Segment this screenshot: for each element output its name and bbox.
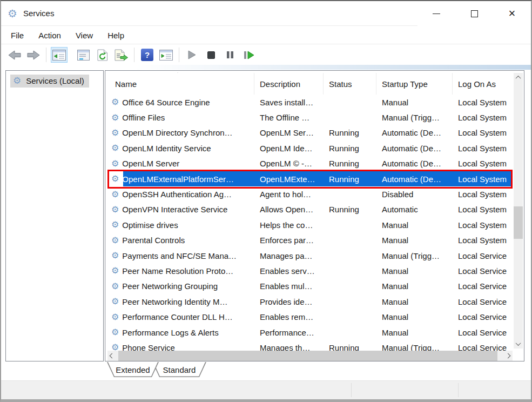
- table-row[interactable]: ⚙Parental ControlsEnforces par…ManualLoc…: [107, 233, 513, 248]
- tab-extended[interactable]: Extended: [107, 362, 159, 377]
- table-row[interactable]: ⚙Performance Counter DLL H…Enables rem…M…: [107, 309, 513, 324]
- services-list-panel: Name Description Status Startup Type Log…: [105, 70, 524, 361]
- menu-view[interactable]: View: [74, 29, 95, 42]
- column-header-startup-type[interactable]: Startup Type: [376, 73, 453, 95]
- service-name: OpenLMExternalPlatformSer…: [122, 175, 234, 184]
- cell-status: Running: [324, 159, 376, 168]
- table-row[interactable]: ⚙OpenLM ServerOpenLM © -…RunningAutomati…: [107, 156, 513, 171]
- window-controls: ×: [417, 1, 531, 26]
- cell-name: ⚙Optimise drives: [107, 220, 254, 230]
- scroll-down-button[interactable]: [514, 339, 523, 349]
- toolbar-start-service-button[interactable]: [184, 47, 200, 63]
- column-header-status[interactable]: Status: [324, 73, 376, 95]
- table-row[interactable]: ⚙Peer Networking Identity M…Provides ide…: [107, 294, 513, 309]
- scroll-left-button[interactable]: [107, 351, 117, 361]
- service-name: Parental Controls: [122, 236, 185, 245]
- table-row[interactable]: ⚙Optimise drivesHelps the co…ManualLocal…: [107, 217, 513, 232]
- table-row[interactable]: ⚙OpenSSH Authentication Ag…Agent to hol……: [107, 186, 513, 202]
- tab-standard[interactable]: Standard: [152, 362, 206, 377]
- cell-description: Enables rem…: [254, 312, 324, 321]
- minimize-button[interactable]: [417, 1, 455, 26]
- service-gear-icon: ⚙: [111, 251, 119, 260]
- properties-icon: [77, 50, 90, 61]
- cell-startup-type: Automatic (De…: [376, 175, 453, 184]
- toolbar-back-button[interactable]: [6, 47, 23, 63]
- toolbar-refresh-button[interactable]: [94, 47, 111, 63]
- vertical-scrollbar[interactable]: [514, 73, 523, 349]
- table-row[interactable]: ⚙Payments and NFC/SE Mana…Manages pa…Man…: [107, 248, 513, 263]
- scroll-right-button[interactable]: [503, 351, 513, 361]
- maximize-button[interactable]: [455, 1, 493, 26]
- toolbar-stop-service-button[interactable]: [203, 47, 219, 63]
- cell-startup-type: Automatic (De…: [376, 159, 453, 168]
- close-button[interactable]: ×: [493, 1, 531, 26]
- table-row[interactable]: ⚙Phone ServiceManages th…RunningManual (…: [107, 340, 513, 351]
- toolbar-restart-service-button[interactable]: [240, 47, 257, 63]
- cell-description: Manages pa…: [254, 251, 324, 260]
- cell-description: Performance…: [254, 328, 324, 337]
- toolbar-show-console-tree-button[interactable]: [51, 47, 68, 63]
- service-gear-icon: ⚙: [111, 175, 119, 183]
- table-row[interactable]: ⚙Office 64 Source EngineSaves install…Ma…: [107, 95, 513, 110]
- cell-description: The Offline …: [254, 113, 324, 122]
- menu-help[interactable]: Help: [106, 29, 126, 42]
- menu-file[interactable]: File: [9, 29, 25, 42]
- cell-startup-type: Manual: [376, 282, 453, 291]
- restart-service-icon: [244, 51, 254, 59]
- toolbar-export-list-button[interactable]: [113, 47, 130, 63]
- cell-name: ⚙Peer Networking Identity M…: [107, 297, 254, 306]
- table-row[interactable]: ⚙Peer Networking GroupingEnables mul…Man…: [107, 279, 513, 294]
- cell-status: Running: [324, 128, 376, 137]
- table-row[interactable]: ⚙Offline FilesThe Offline …Manual (Trigg…: [107, 110, 513, 125]
- cell-log-on-as: Local System: [453, 220, 513, 230]
- table-row[interactable]: ⚙OpenVPN Interactive ServiceAllows Open……: [107, 202, 513, 217]
- cell-startup-type: Manual: [376, 220, 453, 230]
- toolbar-properties-button[interactable]: [75, 47, 92, 63]
- cell-log-on-as: Local Service: [453, 297, 513, 306]
- cell-status: Running: [324, 205, 376, 214]
- sidebar-item-services-local[interactable]: ⚙ Services (Local): [10, 75, 89, 88]
- service-name: Phone Service: [122, 343, 175, 351]
- cell-name: ⚙Office 64 Source Engine: [107, 98, 254, 107]
- column-header-log-on-as[interactable]: Log On As: [453, 73, 513, 95]
- cell-log-on-as: Local System: [453, 159, 513, 168]
- table-row[interactable]: ⚙Peer Name Resolution Proto…Enables serv…: [107, 263, 513, 278]
- vertical-scrollbar-thumb[interactable]: [514, 206, 523, 239]
- cell-log-on-as: Local Service: [453, 282, 513, 291]
- column-header-description[interactable]: Description: [254, 73, 324, 95]
- table-row[interactable]: ⚙OpenLM Directory Synchron…OpenLM Ser…Ru…: [107, 125, 513, 140]
- service-name: Offline Files: [122, 113, 165, 122]
- cell-description: OpenLM Ide…: [254, 144, 324, 153]
- chevron-up-icon: [516, 76, 521, 81]
- table-header: Name Description Status Startup Type Log…: [107, 73, 513, 95]
- service-gear-icon: ⚙: [111, 220, 119, 229]
- services-gear-icon: ⚙: [8, 8, 17, 19]
- service-gear-icon: ⚙: [111, 236, 119, 245]
- services-gear-icon: ⚙: [13, 76, 21, 85]
- cell-startup-type: Manual (Trigg…: [376, 251, 453, 260]
- toolbar-gradient-strip: [1, 65, 531, 70]
- service-gear-icon: ⚙: [111, 313, 119, 321]
- column-header-name[interactable]: Name: [107, 73, 254, 95]
- table-row[interactable]: ⚙Performance Logs & AlertsPerformance…Ma…: [107, 325, 513, 340]
- service-gear-icon: ⚙: [111, 343, 119, 351]
- menu-action[interactable]: Action: [37, 29, 63, 42]
- toolbar-show-action-pane-button[interactable]: [158, 47, 174, 63]
- table-row[interactable]: ⚙OpenLM Identity ServiceOpenLM Ide…Runni…: [107, 140, 513, 156]
- horizontal-scrollbar[interactable]: [107, 351, 513, 361]
- service-name: Peer Networking Identity M…: [122, 297, 227, 306]
- toolbar-forward-button[interactable]: [25, 47, 42, 63]
- status-bar: [1, 380, 531, 399]
- table-row[interactable]: ⚙OpenLMExternalPlatformSer…OpenLMExte…Ru…: [107, 171, 513, 186]
- toolbar-help-button[interactable]: ?: [139, 47, 156, 63]
- horizontal-scrollbar-thumb[interactable]: [118, 351, 497, 361]
- cell-log-on-as: Local System: [453, 113, 513, 122]
- toolbar-pause-service-button[interactable]: [221, 47, 238, 63]
- service-name: OpenSSH Authentication Ag…: [122, 190, 232, 199]
- refresh-icon: [97, 49, 108, 61]
- cell-description: Helps the co…: [254, 220, 324, 230]
- scroll-up-button[interactable]: [514, 73, 523, 82]
- toolbar-separator: [46, 48, 46, 62]
- cell-startup-type: Disabled: [376, 190, 453, 199]
- cell-description: Enables serv…: [254, 266, 324, 276]
